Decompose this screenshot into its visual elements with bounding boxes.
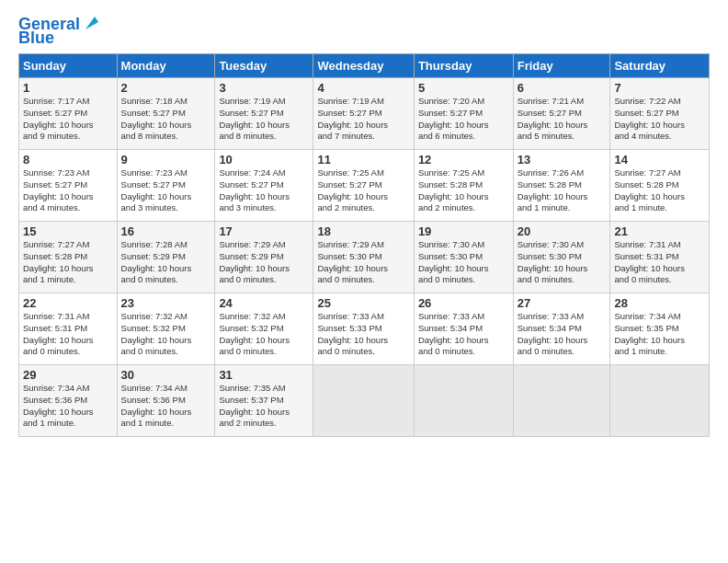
day-number: 7 xyxy=(614,81,705,95)
day-info: Sunrise: 7:34 AMSunset: 5:35 PMDaylight:… xyxy=(614,311,705,358)
day-cell: 5Sunrise: 7:20 AMSunset: 5:27 PMDaylight… xyxy=(414,78,513,150)
day-info: Sunrise: 7:27 AMSunset: 5:28 PMDaylight:… xyxy=(614,167,705,214)
day-number: 11 xyxy=(317,153,409,167)
day-cell: 18Sunrise: 7:29 AMSunset: 5:30 PMDayligh… xyxy=(313,222,414,293)
day-cell: 20Sunrise: 7:30 AMSunset: 5:30 PMDayligh… xyxy=(513,222,610,293)
logo-icon xyxy=(82,13,102,33)
day-cell: 7Sunrise: 7:22 AMSunset: 5:27 PMDaylight… xyxy=(610,78,710,150)
day-info: Sunrise: 7:22 AMSunset: 5:27 PMDaylight:… xyxy=(614,96,705,143)
day-cell: 8Sunrise: 7:23 AMSunset: 5:27 PMDaylight… xyxy=(19,150,118,222)
header: General Blue xyxy=(18,15,710,46)
day-number: 27 xyxy=(518,296,607,310)
day-info: Sunrise: 7:31 AMSunset: 5:31 PMDaylight:… xyxy=(23,311,113,358)
day-info: Sunrise: 7:26 AMSunset: 5:28 PMDaylight:… xyxy=(518,167,607,214)
day-info: Sunrise: 7:21 AMSunset: 5:27 PMDaylight:… xyxy=(518,96,607,143)
day-info: Sunrise: 7:29 AMSunset: 5:30 PMDaylight:… xyxy=(317,239,409,286)
day-number: 16 xyxy=(121,224,211,238)
day-info: Sunrise: 7:17 AMSunset: 5:27 PMDaylight:… xyxy=(23,96,113,143)
day-info: Sunrise: 7:29 AMSunset: 5:29 PMDaylight:… xyxy=(219,239,309,286)
header-cell-sunday: Sunday xyxy=(19,54,118,78)
day-cell: 31Sunrise: 7:35 AMSunset: 5:37 PMDayligh… xyxy=(215,365,313,437)
day-cell: 22Sunrise: 7:31 AMSunset: 5:31 PMDayligh… xyxy=(19,293,118,365)
day-cell: 2Sunrise: 7:18 AMSunset: 5:27 PMDaylight… xyxy=(117,78,215,150)
day-number: 4 xyxy=(317,81,409,95)
day-info: Sunrise: 7:31 AMSunset: 5:31 PMDaylight:… xyxy=(614,239,705,286)
day-info: Sunrise: 7:32 AMSunset: 5:32 PMDaylight:… xyxy=(219,311,309,358)
day-info: Sunrise: 7:30 AMSunset: 5:30 PMDaylight:… xyxy=(418,239,509,286)
day-number: 8 xyxy=(23,153,113,167)
day-cell: 21Sunrise: 7:31 AMSunset: 5:31 PMDayligh… xyxy=(610,222,710,293)
page: General Blue SundayMondayTuesdayWednesda… xyxy=(0,0,728,446)
day-info: Sunrise: 7:24 AMSunset: 5:27 PMDaylight:… xyxy=(219,167,309,214)
day-number: 18 xyxy=(317,224,409,238)
day-info: Sunrise: 7:34 AMSunset: 5:36 PMDaylight:… xyxy=(121,383,211,430)
day-number: 21 xyxy=(614,224,705,238)
day-cell: 9Sunrise: 7:23 AMSunset: 5:27 PMDaylight… xyxy=(117,150,215,222)
day-number: 29 xyxy=(23,368,113,382)
day-cell: 19Sunrise: 7:30 AMSunset: 5:30 PMDayligh… xyxy=(414,222,513,293)
day-number: 9 xyxy=(121,153,211,167)
day-number: 19 xyxy=(418,224,509,238)
day-number: 1 xyxy=(23,81,113,95)
day-number: 12 xyxy=(418,153,509,167)
day-cell: 1Sunrise: 7:17 AMSunset: 5:27 PMDaylight… xyxy=(19,78,118,150)
day-number: 10 xyxy=(219,153,309,167)
day-info: Sunrise: 7:33 AMSunset: 5:34 PMDaylight:… xyxy=(418,311,509,358)
header-cell-saturday: Saturday xyxy=(610,54,710,78)
day-info: Sunrise: 7:25 AMSunset: 5:28 PMDaylight:… xyxy=(418,167,509,214)
day-number: 25 xyxy=(317,296,409,310)
week-row-1: 1Sunrise: 7:17 AMSunset: 5:27 PMDaylight… xyxy=(19,78,710,150)
day-cell: 4Sunrise: 7:19 AMSunset: 5:27 PMDaylight… xyxy=(313,78,414,150)
logo: General Blue xyxy=(18,15,102,46)
day-number: 6 xyxy=(518,81,607,95)
day-number: 22 xyxy=(23,296,113,310)
calendar-table: SundayMondayTuesdayWednesdayThursdayFrid… xyxy=(18,53,710,437)
day-info: Sunrise: 7:30 AMSunset: 5:30 PMDaylight:… xyxy=(518,239,607,286)
day-cell: 28Sunrise: 7:34 AMSunset: 5:35 PMDayligh… xyxy=(610,293,710,365)
day-number: 17 xyxy=(219,224,309,238)
day-cell: 25Sunrise: 7:33 AMSunset: 5:33 PMDayligh… xyxy=(313,293,414,365)
day-info: Sunrise: 7:19 AMSunset: 5:27 PMDaylight:… xyxy=(219,96,309,143)
day-info: Sunrise: 7:25 AMSunset: 5:27 PMDaylight:… xyxy=(317,167,409,214)
day-cell xyxy=(610,365,710,437)
day-cell xyxy=(313,365,414,437)
day-info: Sunrise: 7:20 AMSunset: 5:27 PMDaylight:… xyxy=(418,96,509,143)
day-cell: 12Sunrise: 7:25 AMSunset: 5:28 PMDayligh… xyxy=(414,150,513,222)
week-row-5: 29Sunrise: 7:34 AMSunset: 5:36 PMDayligh… xyxy=(19,365,710,437)
day-number: 23 xyxy=(121,296,211,310)
day-info: Sunrise: 7:32 AMSunset: 5:32 PMDaylight:… xyxy=(121,311,211,358)
day-cell: 27Sunrise: 7:33 AMSunset: 5:34 PMDayligh… xyxy=(513,293,610,365)
day-number: 14 xyxy=(614,153,705,167)
day-number: 15 xyxy=(23,224,113,238)
day-info: Sunrise: 7:33 AMSunset: 5:34 PMDaylight:… xyxy=(518,311,607,358)
header-cell-thursday: Thursday xyxy=(414,54,513,78)
day-cell: 23Sunrise: 7:32 AMSunset: 5:32 PMDayligh… xyxy=(117,293,215,365)
day-number: 26 xyxy=(418,296,509,310)
day-cell: 10Sunrise: 7:24 AMSunset: 5:27 PMDayligh… xyxy=(215,150,313,222)
day-number: 28 xyxy=(614,296,705,310)
day-cell xyxy=(414,365,513,437)
week-row-4: 22Sunrise: 7:31 AMSunset: 5:31 PMDayligh… xyxy=(19,293,710,365)
svg-marker-0 xyxy=(85,17,98,29)
header-row: SundayMondayTuesdayWednesdayThursdayFrid… xyxy=(19,54,710,78)
day-info: Sunrise: 7:33 AMSunset: 5:33 PMDaylight:… xyxy=(317,311,409,358)
day-number: 20 xyxy=(518,224,607,238)
day-cell: 30Sunrise: 7:34 AMSunset: 5:36 PMDayligh… xyxy=(117,365,215,437)
day-info: Sunrise: 7:19 AMSunset: 5:27 PMDaylight:… xyxy=(317,96,409,143)
day-info: Sunrise: 7:27 AMSunset: 5:28 PMDaylight:… xyxy=(23,239,113,286)
day-cell: 26Sunrise: 7:33 AMSunset: 5:34 PMDayligh… xyxy=(414,293,513,365)
day-info: Sunrise: 7:18 AMSunset: 5:27 PMDaylight:… xyxy=(121,96,211,143)
logo-blue-text: Blue xyxy=(18,29,54,46)
day-cell: 11Sunrise: 7:25 AMSunset: 5:27 PMDayligh… xyxy=(313,150,414,222)
day-cell: 6Sunrise: 7:21 AMSunset: 5:27 PMDaylight… xyxy=(513,78,610,150)
day-number: 24 xyxy=(219,296,309,310)
day-number: 3 xyxy=(219,81,309,95)
day-number: 30 xyxy=(121,368,211,382)
header-cell-wednesday: Wednesday xyxy=(313,54,414,78)
day-number: 13 xyxy=(518,153,607,167)
day-info: Sunrise: 7:28 AMSunset: 5:29 PMDaylight:… xyxy=(121,239,211,286)
day-info: Sunrise: 7:23 AMSunset: 5:27 PMDaylight:… xyxy=(23,167,113,214)
day-number: 31 xyxy=(219,368,309,382)
day-cell: 24Sunrise: 7:32 AMSunset: 5:32 PMDayligh… xyxy=(215,293,313,365)
day-cell: 16Sunrise: 7:28 AMSunset: 5:29 PMDayligh… xyxy=(117,222,215,293)
